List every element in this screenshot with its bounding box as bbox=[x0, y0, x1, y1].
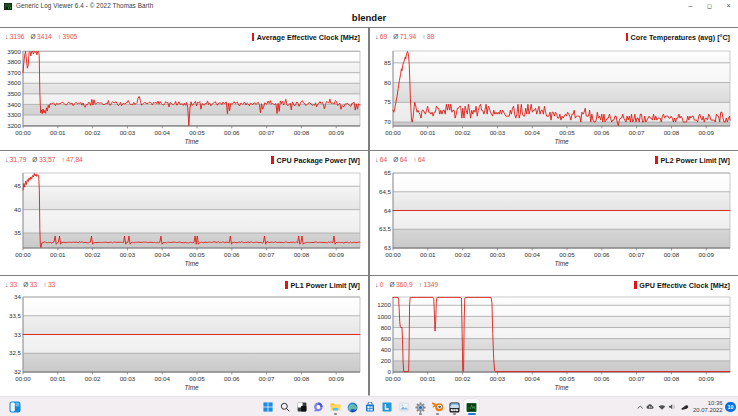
plot-band bbox=[23, 210, 360, 233]
active-app-indicator bbox=[468, 413, 476, 414]
taskbar-start-button[interactable] bbox=[260, 400, 275, 415]
x-axis-label: 00:08 bbox=[664, 251, 680, 258]
x-axis-label: 00:04 bbox=[524, 129, 540, 136]
x-axis-label: 00:03 bbox=[120, 251, 136, 258]
x-axis-label: 00:05 bbox=[559, 251, 575, 258]
notification-count-badge[interactable]: 10 bbox=[725, 402, 736, 413]
chart-plot: 6564,56463,56300:0000:0100:0200:0300:040… bbox=[370, 151, 738, 275]
y-axis-label: 3200 bbox=[7, 122, 21, 129]
x-axis-label: 00:01 bbox=[50, 375, 66, 382]
x-axis-label: 00:01 bbox=[420, 375, 436, 382]
chart-plot: 12001000800600400200000:0000:0100:0200:0… bbox=[370, 276, 738, 396]
plot-band bbox=[23, 115, 360, 126]
minimize-button[interactable]: – bbox=[681, 0, 700, 12]
x-axis-label: 00:02 bbox=[455, 251, 471, 258]
y-axis-label: 1200 bbox=[377, 301, 391, 308]
x-axis-label: 00:00 bbox=[15, 251, 31, 258]
taskbar-l-app-button[interactable] bbox=[379, 400, 394, 415]
x-axis-label: 00:04 bbox=[154, 375, 170, 382]
taskbar-search-button[interactable] bbox=[277, 400, 292, 415]
x-axis-label: 00:09 bbox=[698, 375, 714, 382]
y-axis-label: 3900 bbox=[7, 48, 21, 55]
window-title: Generic Log Viewer 6.4 - © 2022 Thomas B… bbox=[16, 0, 153, 12]
y-axis-label: 3700 bbox=[7, 69, 21, 76]
y-axis-label: 40 bbox=[14, 206, 21, 213]
x-axis-label: 00:04 bbox=[154, 251, 170, 258]
x-axis-label: 00:04 bbox=[154, 129, 170, 136]
plot-band bbox=[393, 173, 730, 192]
pen-input-icon[interactable] bbox=[680, 404, 689, 411]
x-axis-label: 00:00 bbox=[15, 375, 31, 382]
chart-cell-pl1-power-limit-w[interactable]: ↓33Ø33↑33PL1 Power Limit [W]3433,53332,5… bbox=[0, 276, 368, 396]
photos-icon bbox=[399, 402, 409, 412]
x-axis-label: 00:05 bbox=[189, 129, 205, 136]
x-axis-title: Time bbox=[554, 260, 569, 267]
x-axis-label: 00:02 bbox=[85, 375, 101, 382]
x-axis-label: 00:02 bbox=[85, 129, 101, 136]
x-axis-label: 00:02 bbox=[85, 251, 101, 258]
windows-start-icon bbox=[263, 402, 273, 412]
x-axis-label: 00:02 bbox=[455, 129, 471, 136]
teams-chat-icon bbox=[313, 402, 324, 412]
edge-browser-icon bbox=[347, 402, 358, 413]
tray-clock[interactable]: 10:36 20.07.2022 bbox=[693, 400, 722, 414]
taskbar-chat-button[interactable] bbox=[311, 400, 326, 415]
x-axis-label: 00:03 bbox=[120, 375, 136, 382]
taskbar-task-view-button[interactable] bbox=[294, 400, 309, 415]
blender-icon bbox=[432, 402, 444, 412]
chart-cell-pl2-power-limit-w[interactable]: ↓64Ø64↑64PL2 Power Limit [W]6564,56463,5… bbox=[370, 151, 738, 275]
chart-cell-average-effective-clock-mhz[interactable]: ↓3196Ø3414↑3905Average Effective Clock [… bbox=[0, 28, 368, 150]
chart-plot: 3900380037003600350034003300320000:0000:… bbox=[0, 28, 368, 150]
window-controls: – ◻ × bbox=[681, 0, 738, 12]
plot-band bbox=[393, 305, 730, 316]
x-axis-label: 00:01 bbox=[50, 129, 66, 136]
widgets-weather-icon[interactable] bbox=[7, 400, 22, 415]
y-axis-label: 85 bbox=[384, 59, 391, 66]
y-axis-label: 200 bbox=[381, 357, 392, 364]
x-axis-label: 00:06 bbox=[594, 251, 610, 258]
x-axis-label: 00:06 bbox=[224, 251, 240, 258]
y-axis-label: 63,5 bbox=[379, 225, 392, 232]
chart-cell-cpu-package-power-w[interactable]: ↓31,79Ø33,57↑47,84CPU Package Power [W]4… bbox=[0, 151, 368, 275]
plot-band bbox=[23, 52, 360, 63]
task-view-icon bbox=[297, 402, 307, 412]
x-axis-label: 00:09 bbox=[698, 251, 714, 258]
y-axis-label: 80 bbox=[384, 79, 391, 86]
x-axis-title: Time bbox=[184, 138, 199, 145]
y-axis-label: 34 bbox=[14, 293, 21, 300]
y-axis-label: 64 bbox=[384, 207, 391, 214]
chart-cell-core-temperatures-avg-c[interactable]: ↓69Ø71,94↑88Core Temperatures (avg) [°C]… bbox=[370, 28, 738, 150]
chart-cell-gpu-effective-clock-mhz[interactable]: ↓0Ø360,9↑1349GPU Effective Clock [MHz]12… bbox=[370, 276, 738, 396]
y-axis-label: 45 bbox=[14, 182, 21, 189]
system-tray: 10:36 20.07.2022 10 bbox=[636, 397, 736, 416]
x-axis-label: 00:03 bbox=[490, 251, 506, 258]
taskbar-edge-button[interactable] bbox=[345, 400, 360, 415]
wifi-icon[interactable] bbox=[658, 404, 666, 411]
tray-chevron-up-icon[interactable] bbox=[637, 404, 644, 411]
x-axis-label: 00:03 bbox=[490, 129, 506, 136]
y-axis-label: 70 bbox=[384, 118, 391, 125]
store-icon bbox=[365, 402, 375, 412]
x-axis-label: 00:05 bbox=[189, 375, 205, 382]
x-axis-label: 00:09 bbox=[328, 129, 344, 136]
plot-band bbox=[393, 350, 730, 361]
speaker-icon[interactable] bbox=[668, 403, 677, 411]
onedrive-cloud-icon[interactable] bbox=[646, 403, 655, 411]
y-axis-label: 33,5 bbox=[9, 312, 22, 319]
x-axis-label: 00:00 bbox=[385, 251, 401, 258]
x-axis-title: Time bbox=[554, 384, 569, 391]
x-axis-label: 00:04 bbox=[524, 251, 540, 258]
close-button[interactable]: × bbox=[719, 0, 738, 12]
x-axis-label: 00:01 bbox=[50, 251, 66, 258]
open-app-indicator bbox=[436, 413, 439, 414]
taskbar-photos-button[interactable] bbox=[396, 400, 411, 415]
y-axis-label: 3400 bbox=[7, 101, 21, 108]
taskbar-microsoft-store-button[interactable] bbox=[362, 400, 377, 415]
y-axis-label: 3800 bbox=[7, 58, 21, 65]
x-axis-label: 00:00 bbox=[385, 129, 401, 136]
x-axis-label: 00:05 bbox=[189, 251, 205, 258]
maximize-button[interactable]: ◻ bbox=[700, 0, 719, 12]
x-axis-label: 00:08 bbox=[294, 375, 310, 382]
x-axis-label: 00:06 bbox=[594, 129, 610, 136]
app-logo-icon bbox=[4, 3, 12, 10]
